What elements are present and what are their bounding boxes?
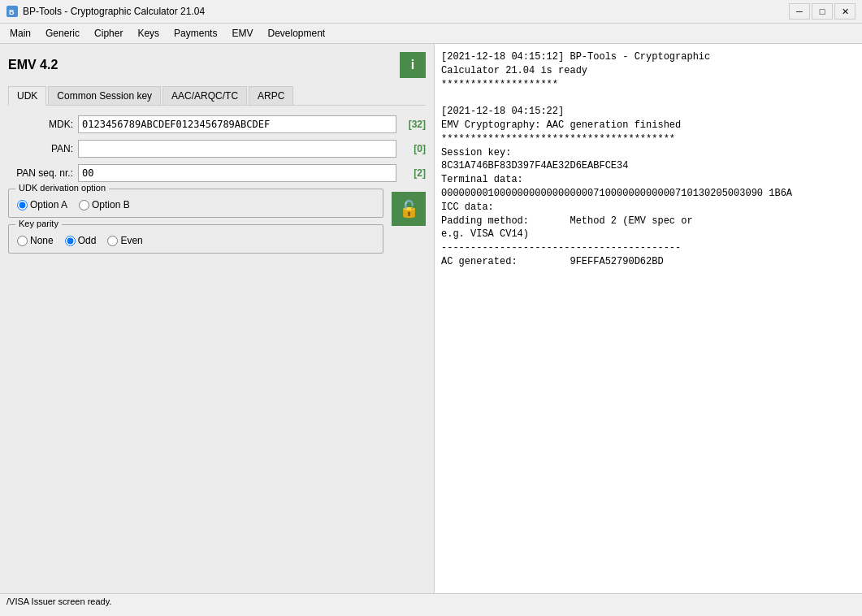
tab-udk[interactable]: UDK xyxy=(8,86,46,106)
udk-option-a-label: Option A xyxy=(30,199,67,210)
menu-main[interactable]: Main xyxy=(3,25,37,41)
info-button[interactable]: i xyxy=(400,52,426,78)
mdk-input[interactable] xyxy=(78,115,396,133)
key-parity-options: None Odd Even xyxy=(17,232,375,246)
udk-option-b-label: Option B xyxy=(92,199,130,210)
parity-none-label: None xyxy=(30,235,54,246)
console-output: [2021-12-18 04:15:12] BP-Tools - Cryptog… xyxy=(441,50,856,587)
pan-field-row: PAN: [0] xyxy=(8,140,426,158)
tab-aac-arqc-tc[interactable]: AAC/ARQC/TC xyxy=(162,86,247,105)
pan-seq-label: PAN seq. nr.: xyxy=(8,167,73,179)
pan-seq-field-row: PAN seq. nr.: [2] xyxy=(8,164,426,182)
panel-title-row: EMV 4.2 i xyxy=(8,52,426,78)
menu-generic[interactable]: Generic xyxy=(39,25,86,41)
parity-even[interactable]: Even xyxy=(107,235,142,246)
panel-title: EMV 4.2 xyxy=(8,58,58,72)
maximize-button[interactable]: □ xyxy=(812,3,833,20)
svg-text:B: B xyxy=(9,8,15,16)
parity-odd[interactable]: Odd xyxy=(65,235,97,246)
minimize-button[interactable]: ─ xyxy=(789,3,810,20)
tab-bar: UDK Common Session key AAC/ARQC/TC ARPC xyxy=(8,86,426,106)
pan-seq-badge: [2] xyxy=(401,167,426,179)
udk-option-a[interactable]: Option A xyxy=(17,199,67,210)
status-text: /VISA Issuer screen ready. xyxy=(6,596,111,606)
title-bar-text: BP-Tools - Cryptographic Calculator 21.0… xyxy=(23,6,205,17)
menu-development[interactable]: Development xyxy=(261,25,331,41)
mdk-field-row: MDK: [32] xyxy=(8,115,426,133)
title-bar-left: B BP-Tools - Cryptographic Calculator 21… xyxy=(6,6,205,17)
menu-keys[interactable]: Keys xyxy=(131,25,166,41)
menu-payments[interactable]: Payments xyxy=(167,25,223,41)
title-bar-controls: ─ □ ✕ xyxy=(789,3,856,20)
mdk-label: MDK: xyxy=(8,119,73,130)
pan-label: PAN: xyxy=(8,143,73,154)
key-parity-title: Key parity xyxy=(15,219,62,228)
menu-emv[interactable]: EMV xyxy=(225,25,259,41)
menu-bar: Main Generic Cipher Keys Payments EMV De… xyxy=(0,24,862,44)
menu-cipher[interactable]: Cipher xyxy=(88,25,129,41)
mdk-badge: [32] xyxy=(401,119,426,130)
status-bar: /VISA Issuer screen ready. xyxy=(0,593,862,611)
title-bar: B BP-Tools - Cryptographic Calculator 21… xyxy=(0,0,862,24)
key-parity-group: Key parity None Odd Even xyxy=(8,224,383,254)
lock-button[interactable]: 🔓 xyxy=(392,192,426,226)
pan-seq-input[interactable] xyxy=(78,164,396,182)
close-button[interactable]: ✕ xyxy=(834,3,856,20)
udk-derivation-title: UDK derivation option xyxy=(15,183,109,193)
app-icon: B xyxy=(6,6,18,17)
parity-even-label: Even xyxy=(120,235,142,246)
udk-derivation-options: Option A Option B xyxy=(17,196,375,210)
right-panel: [2021-12-18 04:15:12] BP-Tools - Cryptog… xyxy=(435,44,862,593)
pan-badge: [0] xyxy=(401,143,426,154)
udk-derivation-group: UDK derivation option Option A Option B xyxy=(8,189,383,218)
main-container: EMV 4.2 i UDK Common Session key AAC/ARQ… xyxy=(0,44,862,593)
parity-none[interactable]: None xyxy=(17,235,54,246)
parity-odd-label: Odd xyxy=(78,235,97,246)
tab-common-session-key[interactable]: Common Session key xyxy=(48,86,161,105)
pan-input[interactable] xyxy=(78,140,396,158)
lock-icon: 🔓 xyxy=(399,199,419,219)
tab-arpc[interactable]: ARPC xyxy=(249,86,293,105)
left-panel: EMV 4.2 i UDK Common Session key AAC/ARQ… xyxy=(0,44,435,593)
udk-option-b[interactable]: Option B xyxy=(79,199,130,210)
